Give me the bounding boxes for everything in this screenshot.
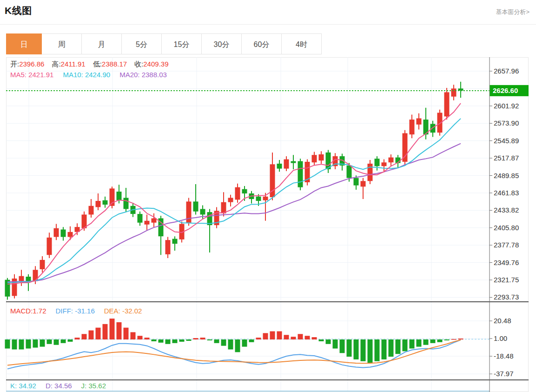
- macd-bar[interactable]: [333, 339, 338, 349]
- candle[interactable]: [312, 155, 317, 162]
- macd-bar[interactable]: [403, 339, 408, 351]
- macd-bar[interactable]: [291, 337, 296, 339]
- candle[interactable]: [47, 238, 52, 255]
- macd-bar[interactable]: [96, 328, 101, 339]
- candle[interactable]: [284, 159, 289, 169]
- candle[interactable]: [361, 181, 366, 186]
- candle[interactable]: [117, 192, 122, 200]
- candle[interactable]: [138, 214, 143, 223]
- candle[interactable]: [172, 239, 178, 244]
- tab-4hour[interactable]: 4时: [282, 33, 322, 54]
- macd-bar[interactable]: [75, 338, 80, 339]
- macd-bar[interactable]: [382, 339, 387, 359]
- macd-bar[interactable]: [430, 339, 436, 343]
- macd-bar[interactable]: [284, 335, 289, 339]
- macd-bar[interactable]: [410, 339, 415, 349]
- candle[interactable]: [228, 198, 233, 202]
- macd-bar[interactable]: [200, 338, 205, 339]
- kline-chart-canvas[interactable]: 2657.962601.922573.902545.892517.872489.…: [0, 0, 536, 392]
- macd-bar[interactable]: [312, 337, 317, 339]
- candle[interactable]: [277, 164, 282, 169]
- candle[interactable]: [19, 276, 24, 281]
- tab-week[interactable]: 周: [42, 33, 82, 54]
- macd-bar[interactable]: [152, 339, 157, 341]
- macd-bar[interactable]: [389, 339, 394, 357]
- macd-bar[interactable]: [451, 339, 457, 340]
- macd-bar[interactable]: [61, 339, 66, 343]
- macd-bar[interactable]: [437, 339, 443, 342]
- macd-bar[interactable]: [361, 339, 366, 361]
- macd-bar[interactable]: [12, 339, 17, 349]
- macd-bar[interactable]: [221, 339, 226, 346]
- candle[interactable]: [444, 92, 450, 116]
- macd-bar[interactable]: [186, 339, 192, 341]
- macd-bar[interactable]: [131, 332, 136, 339]
- macd-bar[interactable]: [89, 330, 94, 339]
- macd-bar[interactable]: [26, 339, 31, 349]
- macd-bar[interactable]: [417, 339, 422, 347]
- tab-5min[interactable]: 5分: [122, 33, 162, 54]
- candle[interactable]: [410, 120, 415, 134]
- macd-bar[interactable]: [19, 339, 24, 349]
- macd-bar[interactable]: [110, 319, 115, 339]
- candle[interactable]: [193, 201, 199, 211]
- macd-bar[interactable]: [179, 339, 185, 342]
- fundamental-analysis-link[interactable]: 基本面分析>: [496, 8, 529, 16]
- macd-bar[interactable]: [242, 339, 247, 347]
- candle[interactable]: [263, 197, 268, 200]
- macd-bar[interactable]: [145, 338, 150, 339]
- candle[interactable]: [33, 270, 38, 281]
- macd-bar[interactable]: [319, 339, 324, 341]
- macd-bar[interactable]: [5, 339, 10, 349]
- macd-bar[interactable]: [207, 339, 212, 340]
- macd-bar[interactable]: [214, 339, 219, 343]
- macd-bar[interactable]: [256, 338, 261, 339]
- macd-bar[interactable]: [270, 331, 275, 339]
- candle[interactable]: [186, 201, 192, 222]
- macd-bar[interactable]: [68, 339, 73, 342]
- tab-month[interactable]: 月: [82, 33, 122, 54]
- candle[interactable]: [40, 260, 45, 269]
- macd-bar[interactable]: [277, 331, 282, 339]
- candle[interactable]: [417, 118, 422, 124]
- candle[interactable]: [382, 162, 387, 166]
- macd-bar[interactable]: [228, 339, 233, 349]
- candle[interactable]: [256, 197, 261, 201]
- macd-bar[interactable]: [117, 322, 122, 339]
- tab-15min[interactable]: 15分: [162, 33, 202, 54]
- macd-bar[interactable]: [193, 338, 199, 339]
- macd-bar[interactable]: [263, 333, 268, 339]
- macd-bar[interactable]: [33, 339, 38, 348]
- macd-bar[interactable]: [40, 339, 45, 347]
- candle[interactable]: [54, 228, 59, 237]
- candle[interactable]: [89, 206, 94, 215]
- candle[interactable]: [319, 154, 324, 160]
- candle[interactable]: [354, 178, 359, 186]
- macd-bar[interactable]: [444, 339, 450, 340]
- candle[interactable]: [145, 221, 150, 225]
- macd-bar[interactable]: [347, 339, 352, 357]
- macd-bar[interactable]: [249, 339, 254, 342]
- candle[interactable]: [124, 198, 129, 209]
- macd-bar[interactable]: [172, 339, 178, 343]
- macd-bar[interactable]: [54, 339, 59, 345]
- macd-bar[interactable]: [368, 339, 373, 363]
- macd-bar[interactable]: [424, 339, 429, 345]
- candle[interactable]: [103, 200, 108, 205]
- macd-bar[interactable]: [298, 334, 303, 339]
- candle[interactable]: [152, 218, 157, 222]
- candle[interactable]: [347, 166, 352, 178]
- macd-bar[interactable]: [235, 339, 240, 352]
- candle[interactable]: [451, 88, 457, 96]
- candle[interactable]: [368, 164, 373, 181]
- macd-bar[interactable]: [159, 339, 164, 343]
- tab-60min[interactable]: 60分: [242, 33, 282, 54]
- macd-bar[interactable]: [47, 339, 52, 344]
- candle[interactable]: [298, 161, 303, 187]
- macd-bar[interactable]: [326, 339, 331, 344]
- macd-bar[interactable]: [82, 334, 87, 339]
- candle[interactable]: [291, 161, 296, 163]
- macd-bar[interactable]: [354, 339, 359, 359]
- macd-bar[interactable]: [124, 328, 129, 339]
- candle[interactable]: [235, 187, 240, 200]
